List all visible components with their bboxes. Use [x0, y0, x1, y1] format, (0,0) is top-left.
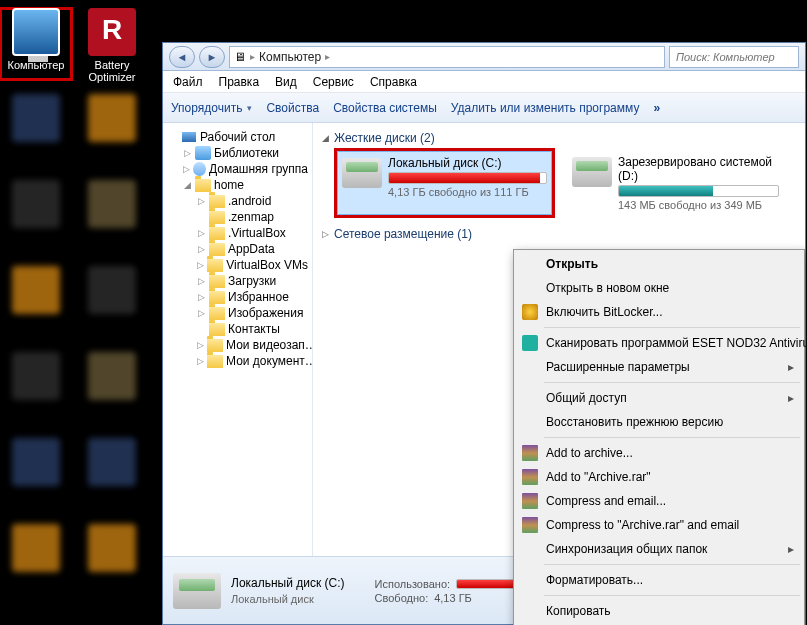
menu-view[interactable]: Вид: [275, 75, 297, 89]
desktop-icon[interactable]: [76, 180, 148, 252]
tree-folder[interactable]: .zenmap: [163, 209, 312, 225]
forward-button[interactable]: ►: [199, 46, 225, 68]
drive-label: Зарезервировано системой (D:): [618, 155, 779, 183]
desktop-icon-computer[interactable]: Компьютер: [0, 8, 72, 80]
separator: [544, 382, 800, 383]
menu-help[interactable]: Справка: [370, 75, 417, 89]
computer-icon: 🖥: [234, 50, 246, 64]
uninstall-button[interactable]: Удалить или изменить программу: [451, 101, 640, 115]
desktop-icon[interactable]: [0, 524, 72, 596]
desktop-icon[interactable]: [0, 438, 72, 510]
drive-free-text: 143 МБ свободно из 349 МБ: [618, 199, 779, 211]
folder-icon: [209, 195, 225, 208]
winrar-icon: [522, 469, 538, 485]
ctx-open-new-window[interactable]: Открыть в новом окне: [516, 276, 802, 300]
ctx-copy[interactable]: Копировать: [516, 599, 802, 623]
ctx-eset-advanced[interactable]: Расширенные параметры: [516, 355, 802, 379]
drive-d[interactable]: Зарезервировано системой (D:) 143 МБ сво…: [568, 151, 783, 215]
desktop-icon: [181, 131, 197, 143]
desktop-icon[interactable]: [76, 94, 148, 166]
status-subtitle: Локальный диск: [231, 591, 345, 607]
separator: [544, 327, 800, 328]
titlebar: ◄ ► 🖥 ▸ Компьютер ▸: [163, 43, 805, 71]
tree-desktop[interactable]: Рабочий стол: [163, 129, 312, 145]
icon-label: Battery Optimizer: [76, 59, 148, 83]
folder-icon: [209, 227, 225, 240]
address-bar[interactable]: 🖥 ▸ Компьютер ▸: [229, 46, 665, 68]
folder-icon: [207, 259, 223, 272]
winrar-icon: [522, 493, 538, 509]
tree-downloads[interactable]: ▷Загрузки: [163, 273, 312, 289]
desktop-icon[interactable]: [76, 266, 148, 338]
drive-c[interactable]: Локальный диск (C:) 4,13 ГБ свободно из …: [337, 151, 552, 215]
tree-contacts[interactable]: Контакты: [163, 321, 312, 337]
ctx-compress-rar-email[interactable]: Compress to "Archive.rar" and email: [516, 513, 802, 537]
battery-optimizer-icon: [88, 8, 136, 56]
folder-icon: [209, 307, 225, 320]
properties-button[interactable]: Свойства: [266, 101, 319, 115]
computer-icon: [12, 8, 60, 56]
desktop-icon[interactable]: [76, 352, 148, 424]
chevron-right-icon: ▸: [250, 51, 255, 62]
capacity-bar: [388, 172, 547, 184]
ctx-add-rar[interactable]: Add to "Archive.rar": [516, 465, 802, 489]
capacity-bar: [618, 185, 779, 197]
back-button[interactable]: ◄: [169, 46, 195, 68]
tree-pictures[interactable]: ▷Изображения: [163, 305, 312, 321]
desktop-icon[interactable]: [0, 180, 72, 252]
desktop-icon[interactable]: [0, 352, 72, 424]
folder-icon: [209, 323, 225, 336]
search-input[interactable]: [669, 46, 799, 68]
chevron-right-icon: ▸: [325, 51, 330, 62]
tree-homegroup[interactable]: ▷Домашняя группа: [163, 161, 312, 177]
separator: [544, 437, 800, 438]
ctx-eset-scan[interactable]: Сканировать программой ESET NOD32 Antivi…: [516, 331, 802, 355]
tree-folder[interactable]: ▷AppData: [163, 241, 312, 257]
drive-label: Локальный диск (C:): [388, 156, 547, 170]
shield-icon: [522, 304, 538, 320]
folder-icon: [207, 339, 223, 352]
group-hard-drives[interactable]: ◢Жесткие диски (2): [321, 127, 797, 149]
folder-icon: [207, 355, 223, 368]
tree-folder[interactable]: ▷.VirtualBox: [163, 225, 312, 241]
ctx-add-archive[interactable]: Add to archive...: [516, 441, 802, 465]
toolbar-overflow[interactable]: »: [653, 101, 660, 115]
ctx-bitlocker[interactable]: Включить BitLocker...: [516, 300, 802, 324]
ctx-compress-email[interactable]: Compress and email...: [516, 489, 802, 513]
drive-icon: [173, 573, 221, 609]
desktop-icon[interactable]: [76, 438, 148, 510]
desktop-icon[interactable]: [76, 524, 148, 596]
breadcrumb-segment[interactable]: Компьютер: [259, 50, 321, 64]
ctx-sync-shared[interactable]: Синхронизация общих папок: [516, 537, 802, 561]
ctx-open[interactable]: Открыть: [516, 252, 802, 276]
desktop-icon-battery-optimizer[interactable]: Battery Optimizer: [76, 8, 148, 80]
tree-libraries[interactable]: ▷Библиотеки: [163, 145, 312, 161]
system-properties-button[interactable]: Свойства системы: [333, 101, 437, 115]
drive-icon: [572, 157, 612, 187]
ctx-share[interactable]: Общий доступ: [516, 386, 802, 410]
tree-folder[interactable]: ▷.android: [163, 193, 312, 209]
menu-tools[interactable]: Сервис: [313, 75, 354, 89]
folder-icon: [209, 211, 225, 224]
tree-home[interactable]: ◢home: [163, 177, 312, 193]
ctx-format[interactable]: Форматировать...: [516, 568, 802, 592]
explorer-window: ◄ ► 🖥 ▸ Компьютер ▸ Файл Правка Вид Серв…: [162, 42, 806, 625]
folder-icon: [209, 275, 225, 288]
tree-videos[interactable]: ▷Мои видеозап…: [163, 337, 312, 353]
ctx-restore-previous[interactable]: Восстановить прежнюю версию: [516, 410, 802, 434]
used-label: Использовано:: [375, 578, 451, 590]
menu-file[interactable]: Файл: [173, 75, 203, 89]
desktop-icon[interactable]: [0, 94, 72, 166]
group-network[interactable]: ▷Сетевое размещение (1): [321, 223, 797, 245]
separator: [544, 595, 800, 596]
organize-button[interactable]: Упорядочить: [171, 101, 252, 115]
free-label: Свободно:: [375, 592, 429, 604]
folder-icon: [195, 179, 211, 192]
winrar-icon: [522, 517, 538, 533]
context-menu: Открыть Открыть в новом окне Включить Bi…: [513, 249, 805, 625]
menu-edit[interactable]: Правка: [219, 75, 260, 89]
desktop-icon[interactable]: [0, 266, 72, 338]
tree-documents[interactable]: ▷Мои документ…: [163, 353, 312, 369]
tree-folder[interactable]: ▷VirtualBox VMs: [163, 257, 312, 273]
tree-favorites[interactable]: ▷Избранное: [163, 289, 312, 305]
